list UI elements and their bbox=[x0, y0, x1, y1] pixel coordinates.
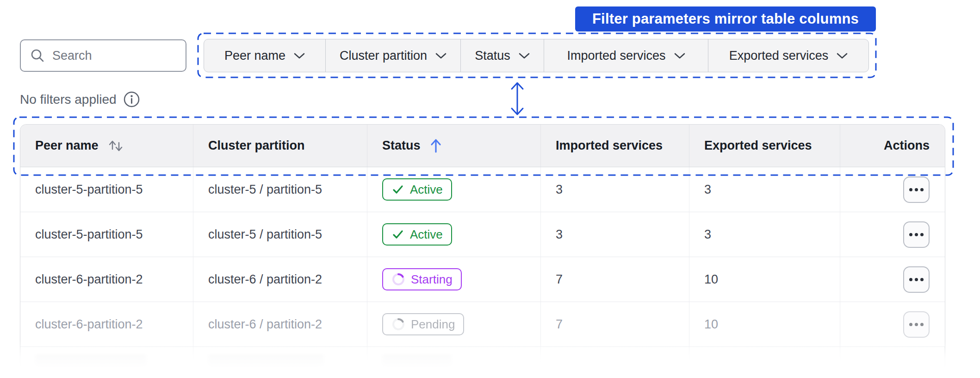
exported-services-cell: 3 bbox=[704, 227, 711, 242]
column-header-status[interactable]: Status bbox=[367, 125, 541, 167]
ellipsis-icon bbox=[909, 323, 912, 326]
check-icon bbox=[391, 228, 404, 241]
exported-services-cell: 10 bbox=[704, 317, 718, 332]
filter-label: Imported services bbox=[567, 49, 665, 63]
row-actions-menu-button[interactable] bbox=[903, 266, 930, 293]
filter-cluster-partition[interactable]: Cluster partition bbox=[326, 39, 461, 72]
table-row: cluster-5-partition-5 cluster-5 / partit… bbox=[20, 167, 945, 212]
filter-exported-services[interactable]: Exported services bbox=[708, 39, 868, 72]
row-actions-menu-button[interactable] bbox=[903, 221, 930, 248]
double-arrow bbox=[512, 83, 523, 114]
spinner-icon bbox=[391, 272, 405, 286]
sort-asc-icon bbox=[430, 138, 442, 154]
chevron-down-icon bbox=[837, 53, 848, 59]
check-icon bbox=[391, 183, 404, 196]
status-label: Active bbox=[410, 183, 443, 197]
status-label: Pending bbox=[411, 317, 455, 332]
filter-label: Peer name bbox=[224, 49, 285, 63]
info-icon[interactable] bbox=[123, 91, 140, 108]
callout-banner: Filter parameters mirror table columns bbox=[575, 6, 876, 32]
imported-services-cell: 3 bbox=[556, 227, 563, 242]
column-label: Exported services bbox=[704, 139, 812, 153]
search-input[interactable] bbox=[52, 49, 168, 63]
chevron-down-icon bbox=[674, 53, 685, 59]
cluster-partition-cell: cluster-5 / partition-5 bbox=[208, 183, 322, 197]
exported-services-cell: 3 bbox=[704, 183, 711, 197]
column-header-peer-name[interactable]: Peer name bbox=[20, 125, 193, 167]
table-header-row: Peer name Cluster partition Status Impor… bbox=[20, 125, 945, 167]
peer-name-cell: cluster-5-partition-5 bbox=[35, 183, 143, 197]
status-badge: Pending bbox=[382, 313, 464, 335]
peers-table: Peer name Cluster partition Status Impor… bbox=[20, 124, 945, 374]
peer-name-cell: cluster-6-partition-2 bbox=[35, 317, 143, 332]
filter-peer-name[interactable]: Peer name bbox=[204, 39, 326, 72]
table-row: cluster-6-partition-2 cluster-6 / partit… bbox=[20, 257, 945, 302]
peer-name-cell: cluster-5-partition-5 bbox=[35, 227, 143, 242]
status-badge: Active bbox=[382, 223, 452, 246]
search-input-box[interactable] bbox=[20, 39, 186, 72]
imported-services-cell: 3 bbox=[556, 183, 563, 197]
table-row: cluster-6-partition-2 cluster-6 / partit… bbox=[20, 302, 945, 347]
filter-imported-services[interactable]: Imported services bbox=[544, 39, 708, 72]
row-actions-menu-button[interactable] bbox=[903, 311, 930, 338]
imported-services-cell: 7 bbox=[556, 317, 563, 332]
ellipsis-icon bbox=[909, 233, 912, 236]
table-row: cluster-5-partition-5 cluster-5 / partit… bbox=[20, 212, 945, 257]
filter-status[interactable]: Status bbox=[461, 39, 544, 72]
peer-name-cell: cluster-6-partition-2 bbox=[35, 272, 143, 287]
imported-services-cell: 7 bbox=[556, 272, 563, 287]
bottom-fade bbox=[14, 341, 953, 378]
row-actions-menu-button[interactable] bbox=[903, 176, 930, 203]
status-badge: Active bbox=[382, 178, 452, 201]
column-header-imported-services: Imported services bbox=[541, 125, 689, 167]
column-header-cluster-partition: Cluster partition bbox=[193, 125, 367, 167]
column-label: Imported services bbox=[556, 139, 663, 153]
search-icon bbox=[30, 48, 45, 63]
column-label: Peer name bbox=[35, 139, 99, 153]
exported-services-cell: 10 bbox=[704, 272, 718, 287]
filter-label: Status bbox=[475, 49, 510, 63]
chevron-down-icon bbox=[519, 53, 530, 59]
column-header-actions: Actions bbox=[840, 125, 945, 167]
column-label: Cluster partition bbox=[208, 139, 305, 153]
cluster-partition-cell: cluster-6 / partition-2 bbox=[208, 317, 322, 332]
status-label: Starting bbox=[411, 272, 453, 287]
chevron-down-icon bbox=[294, 53, 305, 59]
column-header-exported-services: Exported services bbox=[689, 125, 840, 167]
cluster-partition-cell: cluster-5 / partition-5 bbox=[208, 227, 322, 242]
filter-label: Cluster partition bbox=[340, 49, 427, 63]
column-label: Status bbox=[382, 139, 421, 153]
ellipsis-icon bbox=[909, 278, 912, 281]
status-label: Active bbox=[410, 227, 443, 242]
spinner-icon bbox=[391, 317, 405, 331]
filters-status-text: No filters applied bbox=[20, 92, 117, 107]
ellipsis-icon bbox=[909, 188, 912, 191]
chevron-down-icon bbox=[435, 53, 447, 59]
filter-label: Exported services bbox=[729, 49, 829, 63]
filter-bar: Peer name Cluster partition Status Impor… bbox=[204, 39, 869, 72]
column-label: Actions bbox=[884, 139, 930, 153]
cluster-partition-cell: cluster-6 / partition-2 bbox=[208, 272, 322, 287]
status-badge: Starting bbox=[382, 268, 462, 290]
filters-status: No filters applied bbox=[20, 91, 140, 108]
sort-updown-icon bbox=[108, 139, 124, 153]
